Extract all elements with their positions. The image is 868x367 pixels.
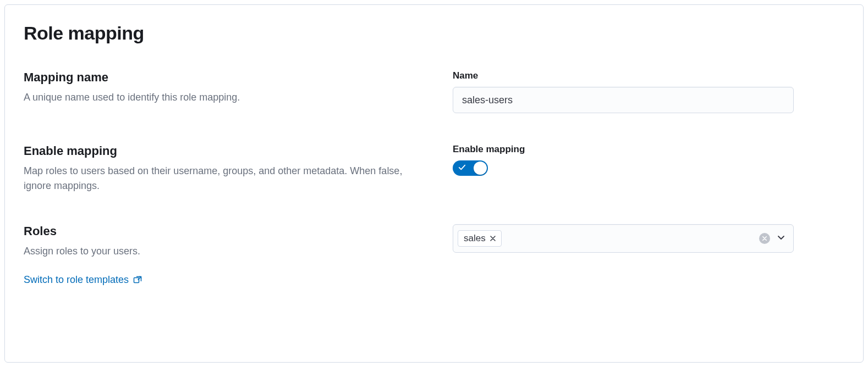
- roles-combobox[interactable]: sales: [453, 224, 794, 253]
- enable-mapping-toggle[interactable]: [453, 160, 488, 176]
- enable-mapping-description: Map roles to users based on their userna…: [24, 164, 431, 193]
- enable-mapping-field-label: Enable mapping: [453, 144, 844, 155]
- popout-icon: [133, 276, 142, 285]
- enable-mapping-heading: Enable mapping: [24, 144, 431, 158]
- name-field-label: Name: [453, 70, 844, 81]
- roles-heading: Roles: [24, 224, 431, 238]
- role-pill-label: sales: [464, 233, 486, 244]
- roles-pill-container: sales: [458, 230, 502, 247]
- name-input[interactable]: [453, 87, 794, 113]
- check-icon: [458, 164, 466, 173]
- svg-rect-0: [134, 277, 139, 282]
- section-roles: Roles Assign roles to your users. Switch…: [24, 224, 844, 286]
- clear-roles-button[interactable]: [759, 233, 770, 244]
- roles-description: Assign roles to your users.: [24, 244, 431, 259]
- mapping-name-description: A unique name used to identify this role…: [24, 90, 431, 105]
- chevron-down-icon[interactable]: [777, 233, 785, 244]
- role-pill: sales: [458, 230, 502, 247]
- page-title: Role mapping: [24, 23, 844, 44]
- remove-role-button[interactable]: [490, 236, 496, 241]
- switch-to-role-templates-link[interactable]: Switch to role templates: [24, 274, 142, 286]
- mapping-name-heading: Mapping name: [24, 70, 431, 85]
- section-mapping-name: Mapping name A unique name used to ident…: [24, 70, 844, 113]
- role-mapping-panel: Role mapping Mapping name A unique name …: [4, 4, 864, 363]
- section-enable-mapping: Enable mapping Map roles to users based …: [24, 144, 844, 193]
- switch-link-label: Switch to role templates: [24, 274, 129, 286]
- switch-thumb: [474, 162, 487, 175]
